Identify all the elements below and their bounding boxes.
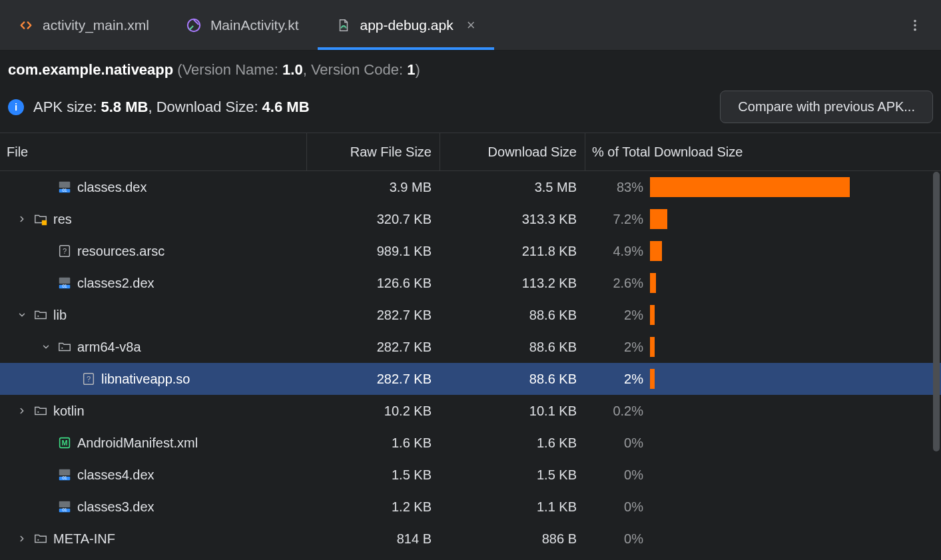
tree-expander-icon[interactable] xyxy=(16,214,28,224)
svg-rect-6 xyxy=(59,182,71,188)
percent-bar-track xyxy=(650,209,928,229)
tree-expander-icon[interactable] xyxy=(16,310,28,320)
percent-bar-track xyxy=(650,369,928,389)
percent-bar-track xyxy=(650,241,928,261)
file-name: lib xyxy=(53,308,67,323)
percent-bar-track xyxy=(650,465,928,485)
tab-overflow-menu[interactable] xyxy=(889,18,941,33)
tab-label: activity_main.xml xyxy=(43,17,149,33)
tree-expander-icon[interactable] xyxy=(40,342,52,352)
svg-text:01: 01 xyxy=(62,475,67,480)
folder-lib-icon xyxy=(33,531,48,546)
apk-analyzer-header: com.example.nativeapp (Version Name: 1.0… xyxy=(0,51,941,123)
table-row[interactable]: ?resources.arsc989.1 KB211.8 KB4.9% xyxy=(0,235,941,267)
percent-label: 4.9% xyxy=(585,244,643,259)
raw-file-size: 320.7 KB xyxy=(306,212,440,227)
svg-point-15 xyxy=(37,316,39,317)
svg-rect-22 xyxy=(59,469,71,475)
package-info-line: com.example.nativeapp (Version Name: 1.0… xyxy=(8,61,933,79)
file-name: AndroidManifest.xml xyxy=(77,435,198,451)
editor-tabs: activity_main.xmlMainActivity.ktapp-debu… xyxy=(0,0,941,51)
download-size: 113.2 KB xyxy=(440,276,585,291)
percent-bar xyxy=(650,241,662,261)
percent-bar-track xyxy=(650,401,928,421)
raw-file-size: 282.7 KB xyxy=(306,308,440,323)
file-name: kotlin xyxy=(53,404,85,419)
close-tab-icon[interactable]: × xyxy=(467,18,475,33)
table-row[interactable]: 01classes2.dex126.6 KB113.2 KB2.6% xyxy=(0,267,941,299)
download-size: 88.6 KB xyxy=(440,308,585,323)
svg-point-5 xyxy=(914,28,916,31)
table-row[interactable]: 01classes.dex3.9 MB3.5 MB83% xyxy=(0,171,941,203)
svg-point-1 xyxy=(342,26,343,27)
file-name: classes4.dex xyxy=(77,467,155,483)
table-row[interactable]: 01classes4.dex1.5 KB1.5 KB0% xyxy=(0,459,941,491)
editor-tab[interactable]: activity_main.xml xyxy=(0,0,168,50)
table-row[interactable]: kotlin10.2 KB10.1 KB0.2% xyxy=(0,395,941,427)
xml-layout-icon xyxy=(19,18,33,33)
svg-text:?: ? xyxy=(87,375,91,383)
percent-label: 7.2% xyxy=(585,212,643,227)
svg-text:?: ? xyxy=(63,247,67,255)
table-row[interactable]: MAndroidManifest.xml1.6 KB1.6 KB0% xyxy=(0,427,941,459)
vertical-scrollbar[interactable] xyxy=(932,172,941,558)
percent-bar-track xyxy=(650,529,928,549)
percent-bar-track xyxy=(650,305,928,325)
raw-file-size: 126.6 KB xyxy=(306,276,440,291)
column-header-raw-size[interactable]: Raw File Size xyxy=(306,133,440,170)
file-name: libnativeapp.so xyxy=(101,372,190,387)
download-size: 313.3 KB xyxy=(440,212,585,227)
download-size: 211.8 KB xyxy=(440,244,585,259)
percent-label: 2% xyxy=(585,340,643,355)
kotlin-class-icon xyxy=(186,18,201,33)
editor-tab[interactable]: app-debug.apk× xyxy=(318,0,494,50)
download-size: 1.5 KB xyxy=(440,467,585,483)
percent-bar xyxy=(650,273,656,293)
file-name: classes.dex xyxy=(77,180,147,195)
table-row[interactable]: META-INF814 B886 B0% xyxy=(0,523,941,555)
file-name: resources.arsc xyxy=(77,244,164,259)
svg-point-19 xyxy=(37,412,39,413)
dex-file-icon: 01 xyxy=(57,467,72,482)
svg-text:01: 01 xyxy=(62,188,67,192)
table-row[interactable]: arm64-v8a282.7 KB88.6 KB2% xyxy=(0,331,941,363)
table-row[interactable]: 01classes3.dex1.2 KB1.1 KB0% xyxy=(0,491,941,523)
file-name: res xyxy=(53,212,72,227)
raw-file-size: 1.6 KB xyxy=(306,435,440,451)
percent-label: 2% xyxy=(585,308,643,323)
file-name: META-INF xyxy=(53,531,115,547)
percent-bar-track xyxy=(650,433,928,453)
column-header-download-size[interactable]: Download Size xyxy=(440,133,585,170)
unknown-file-icon: ? xyxy=(57,244,72,258)
column-header-file[interactable]: File xyxy=(0,144,306,160)
svg-text:01: 01 xyxy=(62,284,67,288)
download-size: 886 B xyxy=(440,531,585,547)
tab-label: MainActivity.kt xyxy=(210,17,299,33)
percent-bar xyxy=(650,369,655,389)
file-name: classes2.dex xyxy=(77,276,155,291)
svg-point-16 xyxy=(61,348,63,349)
file-tree-table: 01classes.dex3.9 MB3.5 MB83%res320.7 KB3… xyxy=(0,171,941,557)
percent-label: 0% xyxy=(585,531,643,547)
percent-bar-track xyxy=(650,273,928,293)
folder-res-icon xyxy=(33,212,48,226)
column-header-percent[interactable]: % of Total Download Size xyxy=(585,133,941,170)
percent-label: 0% xyxy=(585,435,643,451)
scrollbar-thumb[interactable] xyxy=(933,172,940,451)
apk-file-icon xyxy=(336,18,351,33)
percent-bar xyxy=(650,305,655,325)
folder-lib-icon xyxy=(57,340,72,354)
tree-expander-icon[interactable] xyxy=(16,534,28,543)
table-row[interactable]: ?libnativeapp.so282.7 KB88.6 KB2% xyxy=(0,363,941,395)
tree-expander-icon[interactable] xyxy=(16,406,28,416)
raw-file-size: 10.2 KB xyxy=(306,404,440,419)
compare-apk-button[interactable]: Compare with previous APK... xyxy=(720,91,933,123)
raw-file-size: 1.2 KB xyxy=(306,499,440,515)
table-row[interactable]: lib282.7 KB88.6 KB2% xyxy=(0,299,941,331)
download-size: 88.6 KB xyxy=(440,340,585,355)
raw-file-size: 1.5 KB xyxy=(306,467,440,483)
raw-file-size: 989.1 KB xyxy=(306,244,440,259)
editor-tab[interactable]: MainActivity.kt xyxy=(168,0,318,50)
download-size: 3.5 MB xyxy=(440,180,585,195)
table-row[interactable]: res320.7 KB313.3 KB7.2% xyxy=(0,203,941,235)
